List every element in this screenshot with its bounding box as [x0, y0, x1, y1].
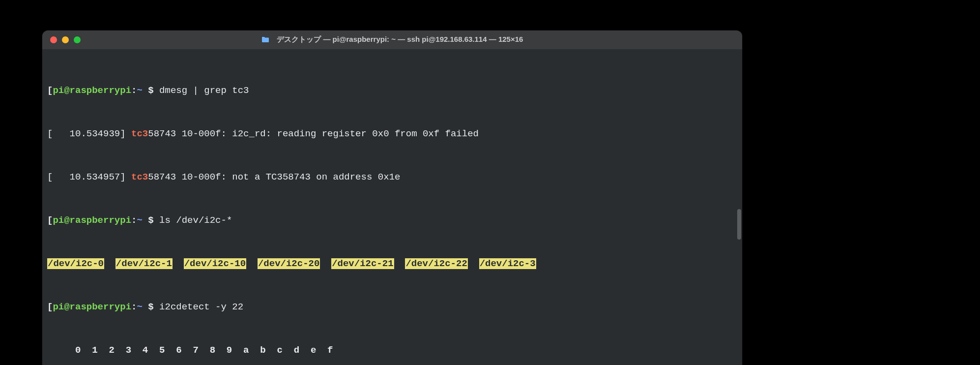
dmesg-match-1: tc3 — [131, 128, 148, 139]
bracket-open: [ — [47, 215, 53, 226]
prompt-sep: : — [131, 302, 137, 312]
prompt-line-3: [pi@raspberrypi:~ $ i2cdetect -y 22 — [47, 302, 737, 312]
prompt-dollar: $ — [143, 215, 159, 226]
prompt-path: ~ — [137, 302, 142, 312]
traffic-lights — [42, 36, 81, 43]
folder-icon — [261, 36, 269, 45]
dmesg-rest-2: 58743 10-000f: not a TC358743 on address… — [148, 172, 400, 182]
close-button[interactable] — [50, 36, 57, 43]
prompt-userhost: pi@raspberrypi — [53, 215, 131, 226]
ls-dev-21: /dev/i2c-21 — [331, 258, 394, 269]
zoom-button[interactable] — [74, 36, 81, 43]
command-3: i2cdetect -y 22 — [159, 302, 243, 312]
prompt-dollar: $ — [143, 302, 159, 312]
ls-dev-22: /dev/i2c-22 — [405, 258, 467, 269]
prompt-sep: : — [131, 85, 137, 96]
ls-gap — [246, 258, 258, 269]
dmesg-ts-1: [ 10.534939] — [47, 128, 131, 139]
ls-gap — [394, 258, 405, 269]
ls-dev-20: /dev/i2c-20 — [258, 258, 320, 269]
dmesg-output-1: [ 10.534939] tc358743 10-000f: i2c_rd: r… — [47, 128, 737, 139]
prompt-path: ~ — [137, 215, 142, 226]
dmesg-match-2: tc3 — [131, 172, 148, 182]
ls-gap — [173, 258, 184, 269]
ls-gap — [468, 258, 479, 269]
terminal-window: デスクトップ — pi@raspberrypi: ~ — ssh pi@192.… — [42, 30, 742, 365]
ls-output: /dev/i2c-0 /dev/i2c-1 /dev/i2c-10 /dev/i… — [47, 258, 737, 269]
prompt-dollar: $ — [143, 85, 159, 96]
title-wrap: デスクトップ — pi@raspberrypi: ~ — ssh pi@192.… — [42, 35, 742, 45]
i2c-header: 0 1 2 3 4 5 6 7 8 9 a b c d e f — [47, 345, 737, 356]
minimize-button[interactable] — [62, 36, 69, 43]
prompt-userhost: pi@raspberrypi — [53, 85, 131, 96]
ls-dev-1: /dev/i2c-1 — [115, 258, 173, 269]
window-title: デスクトップ — pi@raspberrypi: ~ — ssh pi@192.… — [277, 35, 523, 43]
terminal-body[interactable]: [pi@raspberrypi:~ $ dmesg | grep tc3 [ 1… — [42, 50, 742, 365]
dmesg-output-2: [ 10.534957] tc358743 10-000f: not a TC3… — [47, 172, 737, 182]
ls-dev-0: /dev/i2c-0 — [47, 258, 104, 269]
prompt-line-1: [pi@raspberrypi:~ $ dmesg | grep tc3 — [47, 85, 737, 96]
prompt-userhost: pi@raspberrypi — [53, 302, 131, 312]
scrollbar-track[interactable] — [736, 52, 741, 365]
bracket-open: [ — [47, 85, 53, 96]
dmesg-rest-1: 58743 10-000f: i2c_rd: reading register … — [148, 128, 479, 139]
ls-dev-3: /dev/i2c-3 — [479, 258, 536, 269]
ls-gap — [104, 258, 115, 269]
scrollbar-thumb[interactable] — [737, 209, 741, 240]
ls-dev-10: /dev/i2c-10 — [184, 258, 246, 269]
command-2: ls /dev/i2c-* — [159, 215, 232, 226]
prompt-sep: : — [131, 215, 137, 226]
titlebar[interactable]: デスクトップ — pi@raspberrypi: ~ — ssh pi@192.… — [42, 30, 742, 50]
bracket-open: [ — [47, 302, 53, 312]
prompt-path: ~ — [137, 85, 142, 96]
dmesg-ts-2: [ 10.534957] — [47, 172, 131, 182]
ls-gap — [320, 258, 331, 269]
command-1: dmesg | grep tc3 — [159, 85, 249, 96]
prompt-line-2: [pi@raspberrypi:~ $ ls /dev/i2c-* — [47, 215, 737, 226]
